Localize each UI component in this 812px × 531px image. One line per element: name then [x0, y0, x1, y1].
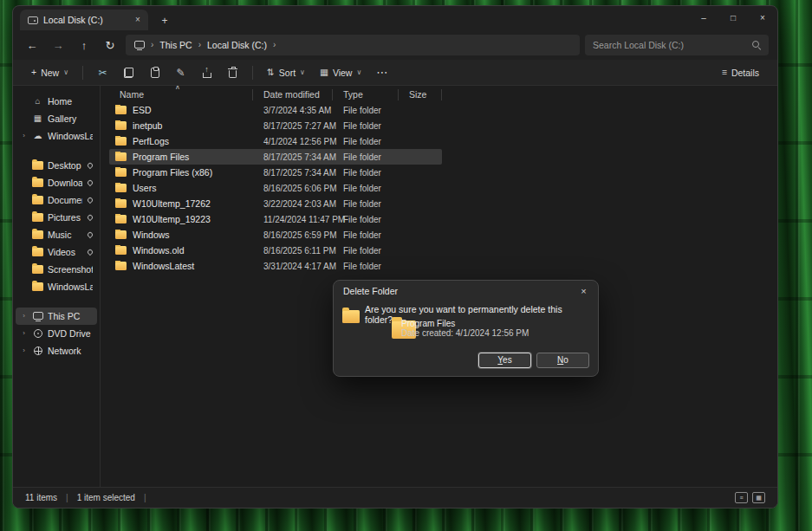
address-bar[interactable]: › This PC › Local Disk (C:) ›	[126, 35, 580, 55]
sidebar-item-videos[interactable]: Videos	[16, 243, 97, 261]
tab-title: Local Disk (C:)	[43, 15, 126, 25]
ellipsis-icon: ⋯	[376, 67, 387, 78]
monitor-icon	[33, 312, 43, 320]
file-row[interactable]: Program Files (x86) 8/17/2025 7:34 AM Fi…	[109, 165, 442, 180]
file-row[interactable]: ESD 3/7/2024 4:35 AM File folder	[109, 102, 442, 118]
more-options-button[interactable]: ⋯	[370, 62, 393, 83]
folder-icon	[32, 282, 43, 291]
sidebar-item-home[interactable]: ⌂ Home	[16, 93, 97, 110]
folder-icon	[32, 161, 43, 170]
column-headers: ∧ Name Date modified Type Size	[109, 87, 777, 102]
column-header-type[interactable]: Type	[333, 89, 399, 100]
search-icon	[752, 41, 761, 49]
details-icon: ≡	[722, 68, 727, 77]
breadcrumb-this-pc[interactable]: This PC	[159, 40, 192, 50]
minimize-button[interactable]: –	[689, 6, 718, 30]
cut-button[interactable]: ✂	[91, 62, 114, 83]
back-button[interactable]: ←	[22, 35, 42, 55]
chevron-down-icon: ∨	[300, 69, 305, 76]
dialog-close-button[interactable]: ×	[575, 283, 592, 300]
chevron-expand-icon[interactable]: ›	[20, 313, 28, 320]
disc-icon	[34, 329, 42, 338]
explorer-tab[interactable]: Local Disk (C:) ×	[20, 10, 148, 30]
file-row[interactable]: Windows 8/16/2025 6:59 PM File folder	[109, 227, 442, 243]
details-pane-button[interactable]: ≡ Details	[716, 62, 765, 83]
file-row[interactable]: W10Ultemp_19223 11/24/2024 11:47 PM File…	[109, 211, 442, 227]
window-controls: – □ ×	[689, 6, 777, 30]
no-button[interactable]: No	[536, 353, 589, 368]
navigation-pane: ⌂ Home ▦ Gallery › ☁ WindowsLatest - Pr.…	[13, 86, 101, 487]
chevron-right-icon[interactable]: ›	[198, 41, 201, 49]
share-button[interactable]: ↑	[195, 62, 218, 83]
folder-icon	[32, 196, 43, 204]
view-grid-icon: ▦	[320, 68, 328, 77]
pin-icon	[87, 162, 94, 169]
rename-button[interactable]: ✎	[169, 62, 192, 83]
pin-icon	[87, 231, 94, 238]
chevron-expand-icon[interactable]: ›	[20, 347, 28, 354]
item-count: 11 items	[25, 493, 57, 502]
scissors-icon: ✂	[98, 68, 107, 78]
sidebar-item-documents[interactable]: Documents	[16, 191, 97, 209]
sidebar-item-dvd-drive[interactable]: › DVD Drive (D:) CCC...	[16, 325, 97, 342]
details-view-icon[interactable]: ≡	[735, 492, 748, 503]
new-tab-button[interactable]: +	[157, 13, 172, 29]
yes-button[interactable]: Yes	[478, 353, 531, 368]
desktop-wallpaper: { "titlebar": { "tab_title": "Local Disk…	[0, 0, 812, 531]
sidebar-item-network[interactable]: › Network	[16, 342, 97, 359]
maximize-button[interactable]: □	[718, 6, 748, 30]
file-row[interactable]: inetpub 8/17/2025 7:27 AM File folder	[109, 118, 442, 133]
sort-ascending-icon: ∧	[175, 86, 180, 91]
sidebar-item-music[interactable]: Music	[16, 226, 97, 243]
delete-folder-dialog: Delete Folder × Are you sure you want to…	[333, 280, 599, 377]
sidebar-item-gallery[interactable]: ▦ Gallery	[16, 110, 97, 127]
chevron-right-icon[interactable]: ›	[273, 41, 276, 49]
close-button[interactable]: ×	[748, 6, 777, 30]
large-icons-view-icon[interactable]: ▦	[752, 492, 765, 503]
column-header-size[interactable]: Size	[399, 89, 442, 100]
folder-icon	[115, 137, 127, 146]
sort-button[interactable]: ⇅ Sort ∨	[261, 62, 311, 83]
sidebar-item-windowslatest-cloud[interactable]: › ☁ WindowsLatest - Pr...	[16, 127, 97, 145]
delete-button[interactable]	[221, 62, 244, 83]
copy-icon	[124, 68, 134, 78]
forward-button[interactable]: →	[48, 35, 68, 55]
file-row[interactable]: Users 8/16/2025 6:06 PM File folder	[109, 180, 442, 196]
sidebar-item-this-pc[interactable]: › This PC	[16, 308, 97, 325]
folder-icon	[115, 121, 127, 130]
tab-close-button[interactable]: ×	[131, 13, 145, 27]
sidebar-item-windowslatest[interactable]: WindowsLatest	[16, 278, 97, 295]
column-header-name[interactable]: Name	[109, 89, 253, 100]
this-pc-icon	[134, 41, 145, 49]
new-button[interactable]: + New ∨	[25, 62, 75, 83]
file-row[interactable]: PerfLogs 4/1/2024 12:56 PM File folder	[109, 133, 442, 149]
sidebar-item-desktop[interactable]: Desktop	[16, 157, 97, 174]
sidebar-item-pictures[interactable]: Pictures	[16, 209, 97, 226]
dialog-title-bar: Delete Folder ×	[334, 281, 598, 301]
chevron-expand-icon[interactable]: ›	[20, 330, 28, 337]
sort-icon: ⇅	[267, 68, 275, 77]
file-row[interactable]: WindowsLatest 3/31/2024 4:17 AM File fol…	[109, 258, 442, 274]
status-bar: 11 items | 1 item selected | ≡ ▦	[13, 487, 777, 508]
sidebar-item-downloads[interactable]: Downloads	[16, 174, 97, 191]
folder-icon	[115, 246, 127, 255]
up-button[interactable]: ↑	[74, 35, 94, 55]
file-row[interactable]: W10Ultemp_17262 3/22/2024 2:03 AM File f…	[109, 196, 442, 211]
folder-icon	[32, 248, 43, 256]
sidebar-item-screenshots[interactable]: Screenshots	[16, 261, 97, 278]
copy-button[interactable]	[117, 62, 140, 83]
paste-button[interactable]	[143, 62, 166, 83]
delete-target-folder-icon	[342, 310, 360, 323]
view-button[interactable]: ▦ View ∨	[314, 62, 367, 83]
chevron-expand-icon[interactable]: ›	[20, 133, 28, 139]
breadcrumb-local-disk[interactable]: Local Disk (C:)	[207, 40, 267, 50]
file-row[interactable]: Windows.old 8/16/2025 6:11 PM File folde…	[109, 243, 442, 258]
column-header-date-modified[interactable]: Date modified	[253, 89, 333, 100]
file-row-selected[interactable]: Program Files 8/17/2025 7:34 AM File fol…	[109, 149, 442, 165]
folder-icon	[32, 213, 43, 222]
plus-icon: +	[31, 68, 36, 77]
folder-icon	[115, 168, 127, 177]
chevron-right-icon[interactable]: ›	[151, 41, 153, 49]
search-input[interactable]	[593, 40, 747, 50]
refresh-button[interactable]: ↻	[100, 35, 120, 55]
